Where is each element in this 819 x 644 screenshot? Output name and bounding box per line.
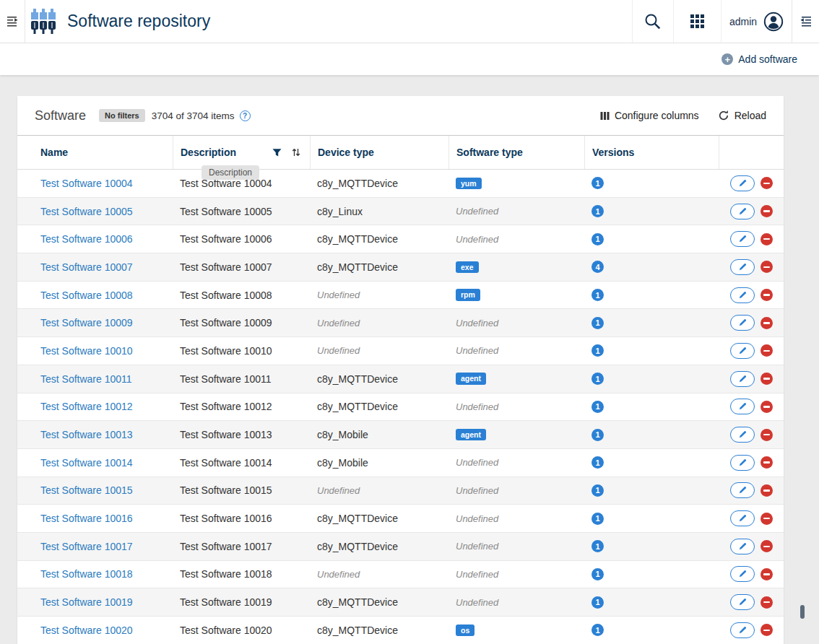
software-name-link[interactable]: Test Software 10017 bbox=[40, 541, 133, 552]
edit-button[interactable] bbox=[730, 427, 755, 443]
minus-icon bbox=[763, 546, 770, 548]
software-name-link[interactable]: Test Software 10006 bbox=[40, 233, 133, 245]
versions-count-badge: 1 bbox=[592, 289, 604, 301]
table-row: Test Software 10010 Test Software 10010 … bbox=[17, 337, 784, 365]
edit-button[interactable] bbox=[730, 315, 755, 331]
nav-menu-toggle[interactable] bbox=[0, 0, 25, 43]
delete-button[interactable] bbox=[760, 373, 773, 385]
items-count: 3704 of 3704 items bbox=[152, 110, 235, 121]
app-header: Software repository admin bbox=[0, 0, 819, 43]
delete-button[interactable] bbox=[760, 484, 773, 497]
software-name-link[interactable]: Test Software 10019 bbox=[40, 596, 133, 608]
app-switcher-button[interactable] bbox=[673, 0, 721, 43]
versions-count-badge: 1 bbox=[592, 317, 604, 329]
table-row: Test Software 10018 Test Software 10018 … bbox=[17, 561, 784, 589]
table-row: Test Software 10015 Test Software 10015 … bbox=[17, 477, 784, 505]
right-drawer-toggle[interactable] bbox=[792, 0, 819, 43]
configure-columns-button[interactable]: Configure columns bbox=[600, 110, 699, 121]
edit-button[interactable] bbox=[730, 175, 755, 191]
device-type: c8y_Linux bbox=[310, 206, 448, 217]
software-name-link[interactable]: Test Software 10005 bbox=[40, 206, 133, 217]
delete-button[interactable] bbox=[760, 429, 773, 441]
software-name-link[interactable]: Test Software 10011 bbox=[40, 373, 132, 385]
column-header-description[interactable]: Description bbox=[173, 136, 310, 169]
delete-button[interactable] bbox=[760, 401, 773, 413]
pencil-icon bbox=[738, 207, 747, 216]
delete-button[interactable] bbox=[760, 205, 773, 217]
software-name-link[interactable]: Test Software 10018 bbox=[40, 568, 133, 580]
edit-button[interactable] bbox=[730, 259, 755, 275]
column-header-software-type[interactable]: Software type bbox=[448, 136, 584, 169]
delete-button[interactable] bbox=[760, 344, 773, 357]
edit-button[interactable] bbox=[730, 539, 755, 554]
delete-button[interactable] bbox=[760, 456, 773, 469]
software-type-cell: Undefined bbox=[448, 541, 584, 552]
software-type-badge: os bbox=[456, 625, 474, 637]
delete-button[interactable] bbox=[760, 177, 773, 189]
edit-button[interactable] bbox=[730, 399, 755, 414]
column-header-versions[interactable]: Versions bbox=[584, 136, 719, 169]
software-name-link[interactable]: Test Software 10012 bbox=[40, 401, 133, 412]
edit-button[interactable] bbox=[730, 371, 755, 387]
edit-button[interactable] bbox=[730, 231, 755, 247]
pencil-icon bbox=[738, 402, 747, 411]
delete-button[interactable] bbox=[760, 568, 773, 580]
user-menu-button[interactable]: admin bbox=[721, 0, 792, 43]
device-type: Undefined bbox=[310, 485, 448, 496]
edit-button[interactable] bbox=[730, 510, 755, 526]
versions-count-badge: 1 bbox=[592, 513, 604, 525]
delete-button[interactable] bbox=[760, 289, 773, 301]
delete-button[interactable] bbox=[760, 540, 773, 552]
device-type: c8y_MQTTDevice bbox=[310, 541, 448, 552]
software-type-undefined: Undefined bbox=[456, 485, 498, 496]
software-name-link[interactable]: Test Software 10007 bbox=[40, 261, 133, 273]
delete-button[interactable] bbox=[760, 624, 773, 636]
search-button[interactable] bbox=[632, 0, 673, 43]
column-label-versions: Versions bbox=[592, 147, 634, 158]
column-header-device-type[interactable]: Device type bbox=[310, 136, 448, 169]
user-name: admin bbox=[729, 16, 757, 27]
add-software-button[interactable]: + Add software bbox=[722, 53, 797, 65]
software-type-cell: agent bbox=[448, 373, 584, 385]
table-row: Test Software 10011 Test Software 10011 … bbox=[17, 365, 784, 393]
software-name-link[interactable]: Test Software 10020 bbox=[40, 625, 133, 636]
edit-button[interactable] bbox=[730, 566, 755, 582]
software-name-link[interactable]: Test Software 10014 bbox=[40, 457, 133, 469]
table-row: Test Software 10012 Test Software 10012 … bbox=[17, 393, 784, 422]
software-name-link[interactable]: Test Software 10004 bbox=[40, 178, 133, 189]
reload-button[interactable]: Reload bbox=[718, 110, 766, 121]
edit-button[interactable] bbox=[730, 287, 755, 303]
edit-button[interactable] bbox=[730, 204, 755, 219]
edit-button[interactable] bbox=[730, 455, 755, 471]
vertical-scrollbar-thumb[interactable] bbox=[800, 605, 805, 619]
software-type-undefined: Undefined bbox=[456, 401, 498, 412]
edit-button[interactable] bbox=[730, 622, 755, 638]
filter-icon[interactable] bbox=[272, 148, 282, 157]
delete-button[interactable] bbox=[760, 317, 773, 329]
pencil-icon bbox=[738, 235, 747, 243]
delete-button[interactable] bbox=[760, 596, 773, 609]
software-name-link[interactable]: Test Software 10015 bbox=[40, 484, 133, 496]
delete-button[interactable] bbox=[760, 513, 773, 525]
sort-icon[interactable] bbox=[291, 147, 301, 157]
delete-button[interactable] bbox=[760, 233, 773, 245]
edit-button[interactable] bbox=[730, 482, 755, 498]
edit-button[interactable] bbox=[730, 343, 755, 359]
software-name-link[interactable]: Test Software 10010 bbox=[40, 345, 133, 357]
main-content: Software No filters 3704 of 3704 items ?… bbox=[0, 75, 819, 644]
software-name-link[interactable]: Test Software 10013 bbox=[40, 429, 133, 440]
device-type: c8y_MQTTDevice bbox=[310, 625, 448, 636]
minus-icon bbox=[763, 434, 770, 436]
add-software-label: Add software bbox=[738, 53, 797, 65]
minus-icon bbox=[763, 322, 770, 324]
help-icon[interactable]: ? bbox=[240, 110, 251, 121]
pencil-icon bbox=[738, 179, 747, 188]
delete-button[interactable] bbox=[760, 261, 773, 273]
edit-button[interactable] bbox=[730, 594, 755, 610]
software-name-link[interactable]: Test Software 10009 bbox=[40, 317, 133, 328]
software-name-link[interactable]: Test Software 10016 bbox=[40, 513, 133, 524]
software-description: Test Software 10019 bbox=[173, 596, 310, 608]
minus-icon bbox=[763, 238, 770, 240]
column-header-name[interactable]: Name bbox=[17, 136, 173, 169]
software-name-link[interactable]: Test Software 10008 bbox=[40, 290, 133, 301]
